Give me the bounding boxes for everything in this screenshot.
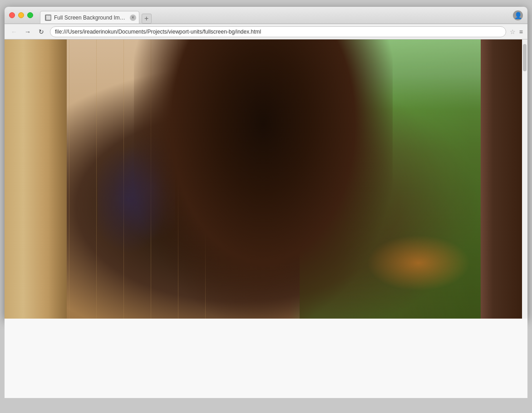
tab-area: ⬜ Full Screen Background Im… × + xyxy=(40,7,152,24)
page-background-image xyxy=(5,39,522,319)
minimize-button[interactable] xyxy=(18,12,24,18)
menu-icon[interactable]: ≡ xyxy=(519,28,523,35)
scrollbar-thumb[interactable] xyxy=(523,44,527,71)
tab-close-button[interactable]: × xyxy=(130,15,136,21)
traffic-lights xyxy=(9,12,33,18)
back-button[interactable]: ← xyxy=(9,27,19,37)
browser-window: ⬜ Full Screen Background Im… × + 👤 ← → ↻… xyxy=(5,7,527,319)
browser-tab[interactable]: ⬜ Full Screen Background Im… × xyxy=(40,11,139,24)
browser-content xyxy=(5,39,527,319)
tab-title: Full Screen Background Im… xyxy=(54,15,125,21)
tab-favicon: ⬜ xyxy=(45,15,51,21)
browser-chrome: ⬜ Full Screen Background Im… × + 👤 ← → ↻… xyxy=(5,7,527,319)
sunset-glow xyxy=(367,235,470,291)
user-avatar-icon: 👤 xyxy=(513,10,523,20)
close-button[interactable] xyxy=(9,12,15,18)
address-input[interactable]: file:///Users/ireaderinokun/Documents/Pr… xyxy=(50,26,506,37)
window-controls-right: 👤 xyxy=(513,10,523,20)
url-text: file:///Users/ireaderinokun/Documents/Pr… xyxy=(55,29,261,35)
corridor-pillar-right xyxy=(481,39,522,319)
labels-area: html, body viewport xyxy=(5,319,527,398)
refresh-button[interactable]: ↻ xyxy=(36,27,46,37)
new-tab-button[interactable]: + xyxy=(142,14,152,24)
address-bar: ← → ↻ file:///Users/ireaderinokun/Docume… xyxy=(5,24,527,39)
title-bar: ⬜ Full Screen Background Im… × + 👤 xyxy=(5,7,527,24)
scrollbar[interactable] xyxy=(522,39,527,319)
woman-silhouette xyxy=(134,39,393,319)
maximize-button[interactable] xyxy=(27,12,33,18)
forward-button[interactable]: → xyxy=(23,27,33,37)
bookmark-icon[interactable]: ☆ xyxy=(510,28,516,35)
